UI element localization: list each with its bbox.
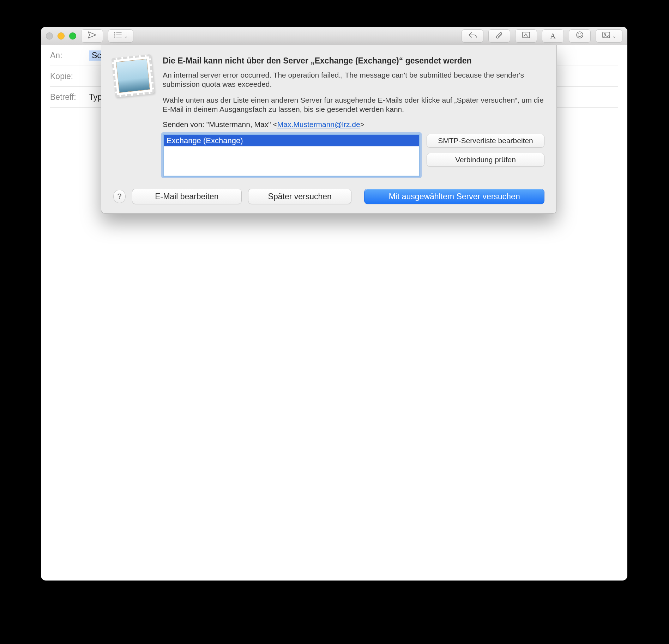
sheet-title: Die E-Mail kann nicht über den Server „E…: [163, 56, 544, 66]
edit-mail-button[interactable]: E-Mail bearbeiten: [132, 189, 242, 204]
try-selected-server-button[interactable]: Mit ausgewähltem Server versuchen: [364, 189, 544, 204]
svg-point-9: [580, 33, 581, 34]
paperclip-icon: [495, 31, 504, 41]
mail-compose-window: ⌄ A ⌄: [41, 27, 627, 581]
svg-point-4: [114, 36, 115, 37]
send-from-suffix: >: [360, 120, 364, 128]
svg-point-11: [604, 34, 605, 35]
svg-point-8: [578, 33, 579, 34]
format-button[interactable]: A: [542, 29, 564, 43]
markup-button[interactable]: [515, 29, 537, 43]
send-from-prefix: Senden von: "Mustermann, Max" <: [163, 120, 277, 128]
attach-button[interactable]: [488, 29, 510, 43]
send-from-email-link[interactable]: Max.Mustermann@lrz.de: [277, 120, 360, 128]
close-window-button[interactable]: [46, 32, 53, 40]
reply-button[interactable]: [462, 29, 483, 43]
send-error-sheet: Die E-Mail kann nicht über den Server „E…: [101, 45, 557, 214]
markup-icon: [522, 31, 531, 41]
svg-point-2: [114, 34, 115, 35]
send-button[interactable]: [81, 29, 103, 43]
reply-icon: [468, 31, 477, 41]
svg-rect-6: [523, 32, 530, 38]
outgoing-server-list[interactable]: Exchange (Exchange): [163, 134, 420, 177]
server-list-item[interactable]: Exchange (Exchange): [164, 135, 419, 146]
sheet-error-text: An internal server error occurred. The o…: [163, 71, 544, 89]
font-icon: A: [550, 31, 556, 41]
window-controls: [46, 32, 76, 40]
check-connection-button[interactable]: Verbindung prüfen: [427, 153, 544, 167]
subject-label: Betreff:: [50, 92, 89, 102]
maximize-window-button[interactable]: [69, 32, 76, 40]
svg-point-0: [114, 32, 115, 33]
send-from-line: Senden von: "Mustermann, Max" <Max.Muste…: [163, 120, 544, 129]
minimize-window-button[interactable]: [58, 32, 65, 40]
chevron-down-icon: ⌄: [124, 33, 128, 39]
help-button[interactable]: ?: [113, 190, 126, 203]
edit-smtp-list-button[interactable]: SMTP-Serverliste bearbeiten: [427, 134, 544, 148]
cc-label: Kopie:: [50, 72, 89, 81]
titlebar: ⌄ A ⌄: [41, 27, 627, 45]
header-fields-dropdown[interactable]: ⌄: [108, 29, 133, 43]
send-icon: [88, 31, 97, 41]
emoji-icon: [575, 31, 584, 41]
mail-app-icon: [113, 56, 153, 96]
emoji-button[interactable]: [569, 29, 591, 43]
sheet-instruction-text: Wähle unten aus der Liste einen anderen …: [163, 96, 544, 114]
to-label: An:: [50, 51, 89, 60]
insert-media-dropdown[interactable]: ⌄: [596, 29, 622, 43]
photo-icon: [602, 31, 611, 41]
try-later-button[interactable]: Später versuchen: [248, 189, 351, 204]
chevron-down-icon: ⌄: [612, 33, 616, 39]
svg-point-7: [577, 32, 583, 38]
list-icon: [113, 31, 122, 41]
